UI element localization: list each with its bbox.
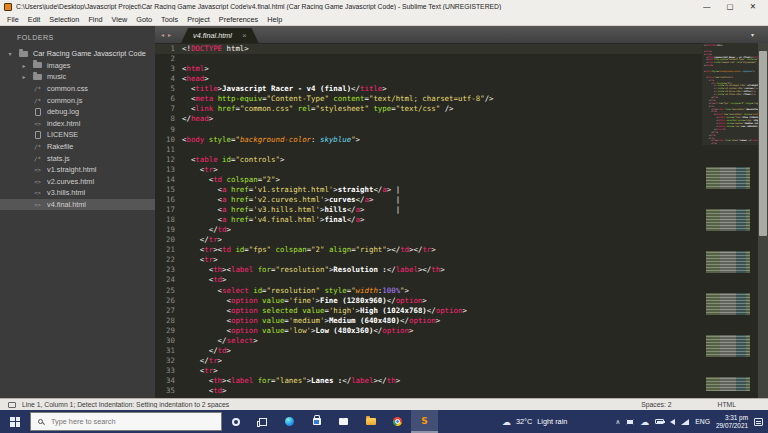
code-line[interactable]: 19 </td>: [155, 225, 768, 235]
code-line[interactable]: 31 </td>: [155, 346, 768, 356]
sidebar-item-stats-js[interactable]: /*stats.js: [0, 152, 155, 164]
code-line[interactable]: 29 <option value='low'>Low (480x360)</op…: [155, 326, 768, 336]
code-line[interactable]: 1<!DOCTYPE html>: [155, 44, 768, 54]
sidebar-item-v4-final-html[interactable]: <>v4.final.html: [0, 199, 155, 211]
display-tray-icon[interactable]: [626, 419, 634, 425]
menu-edit[interactable]: Edit: [28, 15, 41, 24]
tab-close-icon[interactable]: ×: [242, 31, 247, 40]
tray-expand-icon[interactable]: ∧: [616, 418, 621, 426]
status-right: Spaces: 2 HTML: [641, 401, 760, 408]
code-line[interactable]: 7 <link href="common.css" rel="styleshee…: [155, 104, 768, 114]
code-line[interactable]: 22 <tr>: [155, 255, 768, 265]
tab-overflow-icon[interactable]: ▾: [751, 31, 754, 38]
sidebar-item-v3-hills-html[interactable]: <>v3.hills.html: [0, 187, 155, 199]
code-line[interactable]: 28 <option value='medium'>Medium (640x48…: [155, 316, 768, 326]
start-button[interactable]: [0, 410, 30, 433]
code-line[interactable]: 23 <th><label for="resolution">Resolutio…: [155, 265, 768, 275]
search-input[interactable]: [49, 416, 199, 427]
network-tray-icon[interactable]: [681, 419, 689, 425]
taskbar-app-chrome[interactable]: [384, 410, 411, 433]
action-center-icon[interactable]: [754, 418, 763, 426]
minimap[interactable]: <!DOCTYPE html><html><head> <title>Javas…: [702, 43, 758, 398]
menu-goto[interactable]: Goto: [136, 15, 152, 24]
code-line[interactable]: 12 <table id="controls">: [155, 155, 768, 165]
code-editor[interactable]: 1<!DOCTYPE html>23<html>4<head>5 <title>…: [155, 43, 768, 398]
code-line[interactable]: 6 <meta http-equiv="Content-Type" conten…: [155, 94, 768, 104]
menu-help[interactable]: Help: [267, 15, 282, 24]
maximize-button[interactable]: ▢: [727, 2, 734, 11]
code-line[interactable]: 5 <title>Javascript Racer - v4 (final)</…: [155, 84, 768, 94]
taskbar-app-mail[interactable]: [330, 410, 357, 433]
code-line[interactable]: 9: [155, 125, 768, 135]
code-line[interactable]: 33 <tr>: [155, 366, 768, 376]
code-line[interactable]: 30 </select>: [155, 336, 768, 346]
code-line[interactable]: 27 <option selected value='high'>High (1…: [155, 306, 768, 316]
store-icon: [313, 418, 321, 425]
vertical-scrollbar[interactable]: [758, 43, 768, 398]
sidebar-item-label: common.css: [47, 84, 88, 93]
tab-v4-final[interactable]: v4.final.html ×: [181, 28, 259, 43]
code-line[interactable]: 2: [155, 54, 768, 64]
menu-file[interactable]: File: [7, 15, 19, 24]
sidebar-item-license[interactable]: LICENSE: [0, 129, 155, 141]
code-line[interactable]: 11: [155, 145, 768, 155]
taskbar-app-sublime-text[interactable]: S: [411, 410, 438, 433]
code-line[interactable]: 18 <a href='v4.final.html'>final</a>: [155, 215, 768, 225]
status-message: Line 1, Column 1; Detect Indentation: Se…: [22, 401, 635, 408]
taskbar-clock[interactable]: 3:31 pm 29/07/2021: [716, 414, 748, 429]
minimize-button[interactable]: —: [703, 2, 711, 11]
code-line[interactable]: 15 <a href='v1.straight.html'>straight</…: [155, 185, 768, 195]
sidebar-item-v1-straight-html[interactable]: <>v1.straight.html: [0, 164, 155, 176]
code-line[interactable]: 26 <option value='fine'>Fine (1280x960)<…: [155, 296, 768, 306]
code-line[interactable]: 13 <tr>: [155, 165, 768, 175]
code-line[interactable]: 24 <td>: [155, 275, 768, 285]
sidebar-item-common-css[interactable]: /*common.css: [0, 83, 155, 95]
code-line[interactable]: 25 <select id="resolution" style="width:…: [155, 286, 768, 296]
sidebar-item-music[interactable]: ▸music: [0, 71, 155, 83]
menu-view[interactable]: View: [112, 15, 128, 24]
code-line[interactable]: 14 <td colspan="2">: [155, 175, 768, 185]
sidebar-item-index-html[interactable]: <>index.html: [0, 118, 155, 130]
code-line[interactable]: 3<html>: [155, 64, 768, 74]
tab-scroll-left-icon[interactable]: ◂: [161, 31, 164, 38]
taskbar-app-store[interactable]: [303, 410, 330, 433]
code-line[interactable]: 35 <td>: [155, 386, 768, 396]
code-line[interactable]: 17 <a href='v3.hills.html'>hills</a> |: [155, 205, 768, 215]
sidebar-item-rakefile[interactable]: /*Rakefile: [0, 141, 155, 153]
sidebar-item-v2-curves-html[interactable]: <>v2.curves.html: [0, 176, 155, 188]
volume-tray-icon[interactable]: [670, 419, 675, 425]
menu-tools[interactable]: Tools: [161, 15, 178, 24]
sidebar-item-images[interactable]: ▸images: [0, 60, 155, 72]
code-line[interactable]: 21 <tr><td id="fps" colspan="2" align="r…: [155, 245, 768, 255]
code-line[interactable]: 32 </tr>: [155, 356, 768, 366]
code-line[interactable]: 8</head>: [155, 114, 768, 124]
code-line[interactable]: 20 </tr>: [155, 235, 768, 245]
sidebar-item-common-js[interactable]: /*common.js: [0, 94, 155, 106]
indentation-status[interactable]: Spaces: 2: [641, 401, 671, 408]
status-panel-icon[interactable]: [8, 402, 16, 408]
menu-preferences[interactable]: Preferences: [219, 15, 258, 24]
sidebar-item-debug-log[interactable]: debug.log: [0, 106, 155, 118]
taskbar-weather[interactable]: ☁ 32°C Light rain: [502, 417, 567, 427]
menu-project[interactable]: Project: [187, 15, 210, 24]
taskbar-app-cortana[interactable]: [222, 410, 249, 433]
menu-find[interactable]: Find: [88, 15, 102, 24]
taskbar-app-file-explorer[interactable]: [357, 410, 384, 433]
code-line[interactable]: 34 <th><label for="lanes">Lanes :</label…: [155, 376, 768, 386]
code-line[interactable]: 16 <a href='v2.curves.html'>curves</a> |: [155, 195, 768, 205]
taskbar-app-task-view[interactable]: [249, 410, 276, 433]
tab-scroll-right-icon[interactable]: ▸: [168, 31, 171, 38]
onedrive-tray-icon[interactable]: ☁: [640, 417, 649, 427]
taskbar-search[interactable]: [30, 412, 222, 431]
sidebar-item-car-racing-game-javascript-code[interactable]: ▾Car Racing Game Javascript Code: [0, 48, 155, 60]
syntax-status[interactable]: HTML: [717, 401, 736, 408]
close-button[interactable]: ✕: [750, 2, 756, 11]
code-line[interactable]: 4<head>: [155, 74, 768, 84]
battery-tray-icon[interactable]: [655, 419, 664, 424]
scrollbar-thumb[interactable]: [759, 51, 767, 236]
menu-selection[interactable]: Selection: [49, 15, 79, 24]
language-indicator[interactable]: ENG: [695, 418, 710, 425]
code-line[interactable]: 10<body style="background-color: skyblue…: [155, 135, 768, 145]
line-number: 5: [155, 84, 182, 94]
taskbar-app-edge[interactable]: [276, 410, 303, 433]
